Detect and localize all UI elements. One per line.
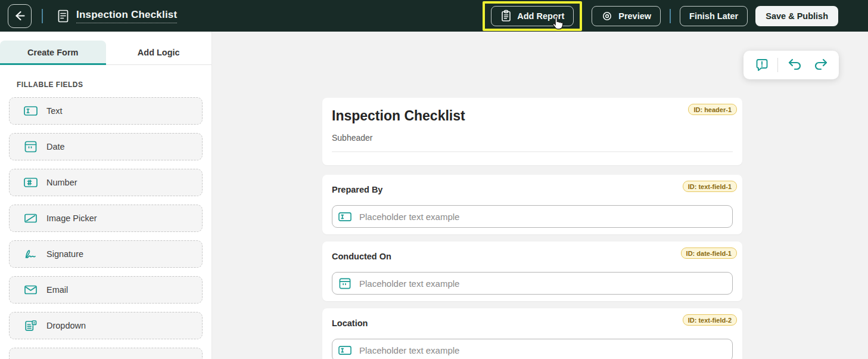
finish-later-button[interactable]: Finish Later xyxy=(680,6,748,26)
date-input[interactable]: Placeholder text example xyxy=(332,272,733,295)
field-item-partial[interactable] xyxy=(9,348,203,359)
topbar-actions: Add Report Preview Finish Later Save & P… xyxy=(483,1,838,31)
field-label: Conducted On xyxy=(332,252,733,261)
id-badge: ID: date-field-1 xyxy=(681,247,737,259)
id-badge: ID: text-field-1 xyxy=(683,181,737,192)
form-field-conducted-on[interactable]: ID: date-field-1 Conducted On Placeholde… xyxy=(322,242,742,301)
text-cursor-icon xyxy=(23,104,38,117)
form-canvas: ID: header-1 Inspection Checklist Subhea… xyxy=(212,32,868,359)
template-title[interactable]: Inspection Checklist xyxy=(76,9,177,23)
fillable-field-list: Text Date Number xyxy=(9,97,203,359)
tab-create-form[interactable]: Create Form xyxy=(0,41,106,64)
toolbar-divider xyxy=(777,58,778,72)
topbar-divider xyxy=(670,9,671,23)
dropdown-icon xyxy=(23,319,38,332)
text-cursor-icon xyxy=(338,344,352,357)
input-placeholder: Placeholder text example xyxy=(359,278,459,289)
text-input[interactable]: Placeholder text example xyxy=(332,205,733,228)
save-publish-button[interactable]: Save & Publish xyxy=(755,6,838,26)
clipboard-icon xyxy=(500,10,512,22)
annotation-highlight-box: Add Report xyxy=(483,1,582,31)
field-item-number[interactable]: Number xyxy=(9,169,203,196)
calendar-icon xyxy=(23,140,38,153)
form-field-prepared-by[interactable]: ID: text-field-1 Prepared By Placeholder… xyxy=(322,175,742,234)
fillable-fields-heading: FILLABLE FIELDS xyxy=(17,81,211,89)
form-title[interactable]: Inspection Checklist xyxy=(332,108,733,124)
form-builder-sidebar: Create Form Add Logic FILLABLE FIELDS Te… xyxy=(0,32,212,359)
tab-add-logic[interactable]: Add Logic xyxy=(106,41,212,64)
hash-icon xyxy=(23,176,38,189)
sidebar-tabs: Create Form Add Logic xyxy=(0,41,211,65)
image-icon xyxy=(23,212,38,225)
form-field-location[interactable]: ID: text-field-2 Location Placeholder te… xyxy=(322,308,742,359)
preview-button[interactable]: Preview xyxy=(592,6,661,26)
template-document-icon xyxy=(57,9,70,23)
field-label: Prepared By xyxy=(332,185,733,194)
redo-icon[interactable] xyxy=(812,58,829,72)
field-item-email[interactable]: Email xyxy=(9,276,203,304)
id-badge: ID: text-field-2 xyxy=(683,314,737,326)
topbar: Inspection Checklist Add Report xyxy=(0,0,868,32)
input-placeholder: Placeholder text example xyxy=(359,212,459,222)
field-label: Location xyxy=(332,318,733,328)
header-block[interactable]: ID: header-1 Inspection Checklist Subhea… xyxy=(322,98,742,165)
eye-icon xyxy=(601,11,613,21)
add-report-button[interactable]: Add Report xyxy=(491,6,574,26)
calendar-icon xyxy=(338,277,352,290)
header-divider xyxy=(332,151,733,152)
undo-icon[interactable] xyxy=(787,58,804,72)
id-badge: ID: header-1 xyxy=(688,104,737,115)
form-subheader[interactable]: Subheader xyxy=(332,133,733,143)
field-item-date[interactable]: Date xyxy=(9,133,203,160)
form-card-column: ID: header-1 Inspection Checklist Subhea… xyxy=(322,98,742,359)
field-item-text[interactable]: Text xyxy=(9,97,203,125)
canvas-floating-toolbar xyxy=(743,51,839,79)
signature-icon xyxy=(23,247,38,261)
back-button[interactable] xyxy=(8,4,32,28)
text-input[interactable]: Placeholder text example xyxy=(332,339,733,359)
back-arrow-icon xyxy=(14,10,26,22)
alert-bubble-icon[interactable] xyxy=(754,57,769,73)
topbar-divider xyxy=(42,9,43,23)
input-placeholder: Placeholder text example xyxy=(359,345,459,355)
field-item-image-picker[interactable]: Image Picker xyxy=(9,205,203,232)
field-item-signature[interactable]: Signature xyxy=(9,240,203,268)
envelope-icon xyxy=(23,283,38,296)
field-item-dropdown[interactable]: Dropdown xyxy=(9,312,203,339)
text-cursor-icon xyxy=(338,211,352,223)
